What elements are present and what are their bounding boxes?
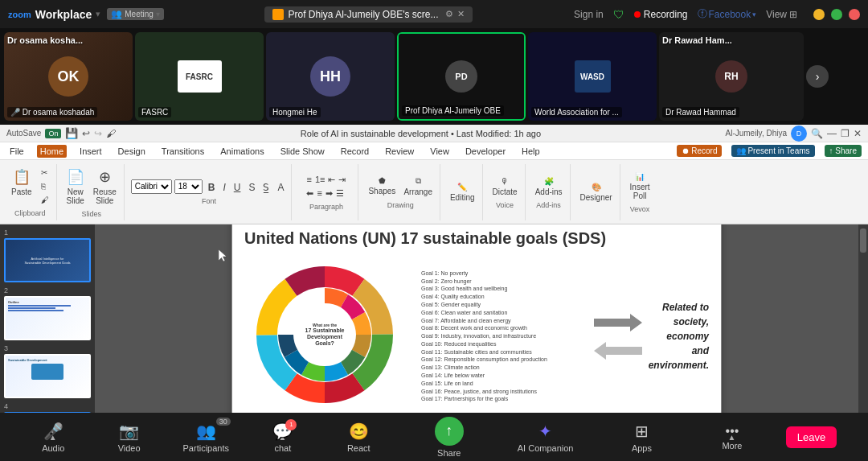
chat-badge: 1	[285, 419, 297, 430]
vertical-scrollbar[interactable]	[858, 224, 868, 433]
close-ppt-icon[interactable]: ✕	[854, 128, 862, 139]
chat-button[interactable]: 💬 1 chat	[260, 422, 305, 453]
shadow-button[interactable]: S̲	[260, 181, 272, 194]
dictate-button[interactable]: 🎙 Dictate	[489, 175, 521, 198]
menu-transitions[interactable]: Transitions	[158, 145, 207, 158]
redo-icon[interactable]: ↪	[94, 128, 102, 139]
underline-button[interactable]: U	[231, 181, 244, 194]
signin-button[interactable]: Sign in	[574, 9, 604, 20]
font-color-button[interactable]: A	[274, 181, 287, 194]
format-painter-icon[interactable]: 🖌	[106, 128, 116, 139]
menu-help[interactable]: Help	[518, 145, 543, 158]
strikethrough-button[interactable]: S	[245, 181, 258, 194]
record-button[interactable]: ⏺ Record	[677, 145, 722, 157]
numbering-button[interactable]: 1≡	[314, 174, 326, 186]
scrollbar-thumb[interactable]	[860, 228, 866, 253]
menu-view[interactable]: View	[427, 145, 452, 158]
participants-row: OK Dr osama kosha... 🎤 Dr osama koshadah…	[0, 28, 868, 125]
main-slide: United Nations (UN) 17 sustainable goals…	[231, 224, 722, 433]
tab-settings-icon[interactable]: ⚙	[445, 9, 453, 19]
reuse-slides-button[interactable]: ⊕ ReuseSlide	[90, 167, 120, 207]
participant-tile-prof[interactable]: PD Prof Dhiya Al-Jumeily OBE	[397, 32, 526, 121]
menu-file[interactable]: File	[6, 145, 27, 158]
slide-panel: 1 Artificial Intelligence forSustainable…	[0, 224, 95, 433]
participant-tile-fasrc[interactable]: FASRC FASRC	[135, 32, 264, 121]
react-button[interactable]: 😊 React	[337, 422, 381, 453]
bullets-button[interactable]: ≡	[305, 174, 312, 186]
participants-nav-next[interactable]: ›	[806, 65, 829, 88]
align-left-button[interactable]: ⬅	[305, 187, 314, 200]
justify-button[interactable]: ☰	[335, 187, 345, 200]
restore-ppt-icon[interactable]: ❐	[841, 128, 850, 139]
menu-design[interactable]: Design	[115, 145, 149, 158]
copy-button[interactable]: ⎘	[38, 180, 52, 192]
menu-record[interactable]: Record	[338, 145, 372, 158]
present-teams-label: Present in Teams	[747, 146, 809, 155]
minimize-button[interactable]	[813, 9, 825, 20]
menu-review[interactable]: Review	[382, 145, 417, 158]
ai-companion-button[interactable]: ✦ AI Companion	[518, 422, 574, 453]
new-slide-button[interactable]: 📄 NewSlide	[63, 167, 88, 207]
participant-tile-rawad[interactable]: RH Dr Rawad Ham... Dr Rawad Hammad	[659, 32, 804, 121]
addins-button[interactable]: 🧩 Add-ins	[532, 175, 566, 198]
slide-thumb-1[interactable]: 1 Artificial Intelligence forSustainable…	[4, 228, 91, 282]
participant-name-prof: Prof Dhiya Al-Jumeily OBE	[402, 105, 504, 116]
cut-button[interactable]: ✂	[38, 167, 52, 179]
dictate-icon: 🎙	[501, 177, 509, 186]
apps-button[interactable]: ⊞ Apps	[620, 422, 664, 453]
increase-indent-button[interactable]: ⇥	[338, 174, 346, 186]
font-family-select[interactable]: Calibri	[131, 179, 172, 194]
participant-tile-wasd[interactable]: WASD World Association for ...	[528, 32, 657, 121]
audio-button[interactable]: 🎤 Audio	[31, 422, 76, 453]
decrease-indent-button[interactable]: ⇤	[327, 174, 336, 186]
paste-button[interactable]: 📋 Paste	[8, 167, 35, 206]
tab-close-icon[interactable]: ✕	[457, 9, 465, 19]
participant-tile-osama[interactable]: OK Dr osama kosha... 🎤 Dr osama koshadah	[4, 32, 133, 121]
participant-tile-hongmei[interactable]: HH Hongmei He	[266, 32, 395, 121]
ppt-work-area: 1 Artificial Intelligence forSustainable…	[0, 224, 868, 433]
slide-thumb-3[interactable]: 3 Sustainable Development	[4, 344, 91, 398]
audio-group: 🎤 Audio ▲	[31, 422, 61, 453]
minimize-ppt-icon[interactable]: —	[827, 128, 837, 139]
more-group: ••• More ▲	[710, 424, 739, 451]
align-row: ⬅ ≡ ➡ ☰	[305, 187, 346, 200]
editing-button[interactable]: ✏️ Editing	[447, 181, 478, 204]
undo-icon[interactable]: ↩	[82, 128, 90, 139]
more-button[interactable]: ••• More	[710, 424, 754, 451]
designer-button[interactable]: 🎨 Designer	[577, 181, 616, 204]
maximize-button[interactable]	[831, 9, 842, 20]
close-button[interactable]	[849, 9, 860, 20]
save-icon[interactable]: 💾	[65, 127, 78, 139]
align-center-button[interactable]: ≡	[316, 187, 322, 200]
share-button[interactable]: ↑ Share	[427, 417, 471, 458]
menu-slideshow[interactable]: Slide Show	[277, 145, 328, 158]
menu-developer[interactable]: Developer	[462, 145, 509, 158]
slide-thumb-2[interactable]: 2 Outline	[4, 286, 91, 340]
menu-insert[interactable]: Insert	[76, 145, 105, 158]
meeting-label: Meeting	[125, 10, 154, 19]
menu-animations[interactable]: Animations	[217, 145, 267, 158]
font-size-select[interactable]: 18	[174, 179, 203, 194]
audio-label: Audio	[42, 443, 64, 453]
screen-share-tab[interactable]: Prof Dhiya Al-Jumeily OBE's scre... ⚙ ✕	[264, 6, 473, 23]
menu-home[interactable]: Home	[37, 145, 67, 158]
meeting-badge[interactable]: 👥 Meeting ▾	[107, 8, 164, 20]
shapes-button[interactable]: ⬟ Shapes	[365, 175, 399, 198]
italic-button[interactable]: I	[219, 181, 228, 194]
leave-button[interactable]: Leave	[786, 426, 837, 448]
insert-poll-button[interactable]: 📊 InsertPoll	[627, 171, 653, 202]
align-right-button[interactable]: ➡	[325, 187, 334, 200]
addins-label: Add-ins	[535, 187, 563, 196]
share-ppt-button[interactable]: ↑ Share	[825, 145, 862, 157]
view-button[interactable]: View ⊞	[766, 9, 797, 20]
facebook-button[interactable]: ⓕ Facebook ▾	[698, 7, 757, 21]
present-teams-button[interactable]: 👥 Present in Teams	[731, 145, 814, 157]
autosave-toggle[interactable]: On	[45, 129, 61, 138]
search-icon[interactable]: 🔍	[811, 128, 823, 139]
video-button[interactable]: 📷 Video	[107, 422, 151, 453]
bold-button[interactable]: B	[205, 181, 219, 194]
arrange-button[interactable]: ⧉ Arrange	[400, 175, 436, 198]
dropdown-chevron[interactable]: ▾	[96, 9, 100, 19]
participants-button[interactable]: 👥 30 Participants	[183, 422, 229, 453]
format-paint-button[interactable]: 🖌	[38, 194, 52, 206]
